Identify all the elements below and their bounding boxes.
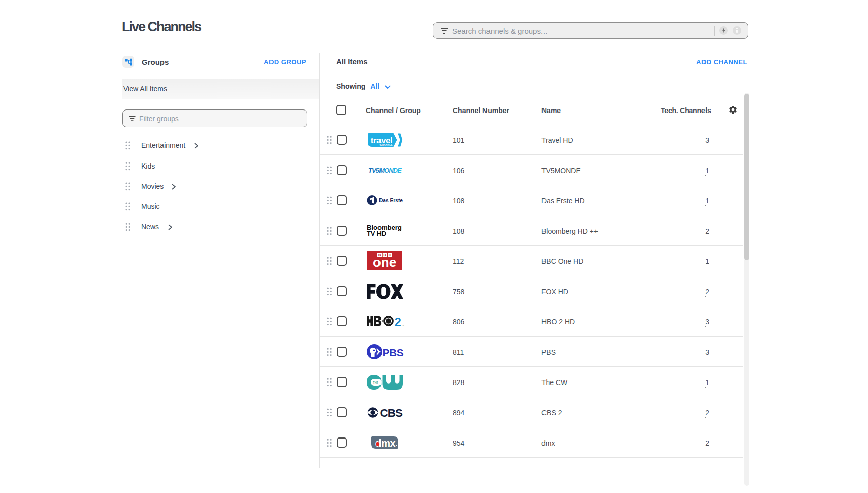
svg-text:PBS: PBS <box>382 347 403 358</box>
svg-text:one: one <box>373 255 396 270</box>
svg-text:THE: THE <box>373 381 378 384</box>
svg-text:CBS: CBS <box>379 407 402 419</box>
svg-text:Das Erste: Das Erste <box>379 198 403 203</box>
svg-text:CHANNEL: CHANNEL <box>379 144 393 146</box>
svg-text:TV HD: TV HD <box>367 230 386 237</box>
svg-text:TM: TM <box>402 325 404 327</box>
svg-text:2: 2 <box>395 315 401 329</box>
svg-text:TV5MONDE: TV5MONDE <box>368 167 402 174</box>
